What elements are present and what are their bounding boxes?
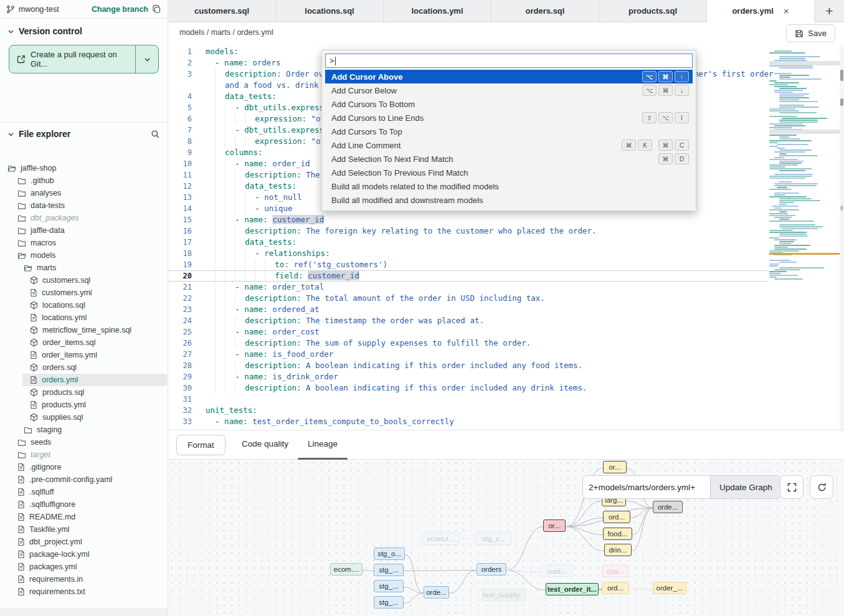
- lineage-node-ordY3[interactable]: ord...: [602, 582, 629, 594]
- file-tree-item-taskfile-yml[interactable]: Taskfile.yml: [10, 523, 167, 536]
- version-control-header[interactable]: Version control: [0, 19, 168, 41]
- search-icon[interactable]: [151, 130, 160, 139]
- file-tree-item-marts[interactable]: marts: [16, 262, 167, 274]
- file-tree-item-locations-yml[interactable]: locations.yml: [22, 311, 167, 324]
- file-tree-item-products-yml[interactable]: products.yml: [22, 399, 167, 411]
- lineage-node-stg3[interactable]: stg_...: [374, 580, 404, 592]
- copy-icon[interactable]: [152, 4, 161, 14]
- editor-scrollbar[interactable]: [840, 45, 844, 430]
- tab-orders-yml[interactable]: orders.yml×: [707, 0, 815, 22]
- lineage-node-tsupF[interactable]: test_supply...: [481, 589, 526, 601]
- tab-lineage[interactable]: Lineage: [308, 439, 338, 448]
- file-tree-item--pre-commit-config-yaml[interactable]: .pre-commit-config.yaml: [10, 473, 167, 486]
- lineage-node-stg4[interactable]: stg_...: [374, 596, 404, 609]
- file-explorer-header[interactable]: File explorer: [0, 123, 168, 144]
- fullscreen-button[interactable]: [780, 475, 804, 499]
- command-palette-input[interactable]: >: [325, 54, 693, 68]
- close-tab-icon[interactable]: ×: [784, 6, 789, 16]
- tab-locations-sql[interactable]: locations.sql: [276, 0, 384, 22]
- sidebar-scrollbar[interactable]: [0, 608, 168, 616]
- pr-dropdown-caret[interactable]: [135, 45, 158, 73]
- editor-line-23[interactable]: 23- name: ordered_at: [168, 304, 767, 315]
- lineage-node-ecom[interactable]: ecom....: [330, 563, 363, 576]
- file-tree-item-staging[interactable]: staging: [16, 424, 167, 436]
- graph-selector-input[interactable]: 2+models/marts/orders.yml+: [583, 476, 710, 498]
- file-tree-item-products-sql[interactable]: products.sql: [22, 386, 167, 399]
- minimap[interactable]: [769, 49, 840, 330]
- file-tree-item-target[interactable]: target: [10, 448, 167, 461]
- editor-line-16[interactable]: 16description: The foreign key relating …: [168, 225, 767, 237]
- file-tree-item-analyses[interactable]: analyses: [10, 187, 167, 199]
- command-item-add-cursors-to-top[interactable]: Add Cursors To Top: [325, 125, 693, 138]
- editor-line-31[interactable]: 31: [168, 394, 767, 405]
- file-tree-item-orders-yml[interactable]: orders.yml: [22, 374, 167, 386]
- editor-line-25[interactable]: 25- name: order_cost: [168, 326, 767, 338]
- editor-line-26[interactable]: 26description: The sum of supply expense…: [168, 338, 767, 349]
- editor-line-15[interactable]: 15- name: customer_id: [168, 214, 767, 225]
- file-tree-item-readme-md[interactable]: README.md: [10, 511, 167, 523]
- editor-line-27[interactable]: 27- name: is_food_order: [168, 349, 767, 360]
- file-tree-item-requirements-in[interactable]: requirements.in: [10, 573, 167, 585]
- lineage-node-ordeItems[interactable]: orde...: [424, 586, 449, 599]
- file-tree-item-models[interactable]: models: [10, 249, 167, 262]
- lineage-node-orderY[interactable]: order_...: [653, 582, 686, 594]
- editor-line-17[interactable]: 17data_tests:: [168, 237, 767, 248]
- tab-code-quality[interactable]: Code quality: [242, 439, 288, 448]
- file-tree-item--gitignore[interactable]: .gitignore: [10, 461, 167, 473]
- command-item-add-cursor-above[interactable]: Add Cursor Above⌥⌘↑: [325, 70, 693, 83]
- file-tree-item-data-tests[interactable]: data-tests: [10, 199, 167, 212]
- lineage-node-orders[interactable]: orders: [477, 563, 506, 576]
- file-tree-item-packages-yml[interactable]: packages.yml: [10, 561, 167, 573]
- lineage-node-ecomRF[interactable]: ecom.r...: [421, 533, 460, 545]
- lineage-node-custF[interactable]: cust...: [541, 565, 573, 577]
- command-item-add-cursor-below[interactable]: Add Cursor Below⌥⌘↓: [325, 83, 693, 97]
- editor-line-28[interactable]: 28description: A boolean indicating if t…: [168, 360, 767, 371]
- file-tree-item-locations-sql[interactable]: locations.sql: [22, 299, 167, 311]
- file-tree-item--github[interactable]: .github: [10, 174, 167, 187]
- file-tree-item-dbt-packages[interactable]: dbt_packages: [10, 212, 167, 224]
- command-item-add-line-comment[interactable]: Add Line Comment⌘K⌘C: [325, 138, 693, 152]
- lineage-node-stgO[interactable]: stg_o...: [374, 547, 405, 560]
- file-tree-item-dbt-project-yml[interactable]: dbt_project.yml: [10, 536, 167, 548]
- lineage-node-ordeGray[interactable]: orde...: [653, 501, 683, 513]
- editor-line-24[interactable]: 24description: The timestamp the order w…: [168, 315, 767, 326]
- new-tab-button[interactable]: +: [825, 4, 833, 17]
- update-graph-button[interactable]: Update Graph: [710, 476, 781, 498]
- lineage-node-food[interactable]: food...: [603, 528, 632, 540]
- command-item-add-cursors-to-line-ends[interactable]: Add Cursors to Line Ends⇧⌥I: [325, 111, 693, 125]
- tab-products-sql[interactable]: products.sql: [599, 0, 707, 22]
- lineage-node-cusPF[interactable]: cus...: [602, 565, 629, 577]
- editor-line-21[interactable]: 21- name: order_total: [168, 282, 767, 293]
- command-item-build-all-models-related-to-the-modified-models[interactable]: Build all models related to the modified…: [325, 179, 693, 193]
- file-tree-item-jaffle-data[interactable]: jaffle-data: [10, 224, 167, 237]
- editor-line-18[interactable]: 18- relationships:: [168, 248, 767, 259]
- lineage-node-stg2[interactable]: stg_...: [374, 564, 404, 576]
- file-tree-item-supplies-sql[interactable]: supplies.sql: [22, 411, 167, 424]
- editor-line-19[interactable]: 19to: ref('stg_customers'): [168, 259, 767, 270]
- editor-line-33[interactable]: 33- name: test_order_items_compute_to_bo…: [168, 416, 767, 427]
- lineage-node-orYtop[interactable]: or...: [603, 461, 627, 473]
- editor-line-32[interactable]: 32unit_tests:: [168, 405, 767, 416]
- file-tree-item-metricflow-time-spine-sql[interactable]: metricflow_time_spine.sql: [22, 324, 167, 336]
- file-tree-item-requirements-txt[interactable]: requirements.txt: [10, 585, 167, 598]
- editor-line-29[interactable]: 29- name: is_drink_order: [168, 371, 767, 382]
- lineage-node-stgCF[interactable]: stg_c...: [475, 533, 512, 545]
- lineage-node-orPink[interactable]: or...: [543, 519, 566, 532]
- command-item-add-cursors-to-bottom[interactable]: Add Cursors To Bottom: [325, 97, 693, 111]
- file-tree-item-order-items-sql[interactable]: order_items.sql: [22, 336, 167, 349]
- change-branch-link[interactable]: Change branch: [92, 5, 148, 14]
- file-tree-item-customers-sql[interactable]: customers.sql: [22, 274, 167, 287]
- lineage-node-drin[interactable]: drin...: [604, 544, 632, 556]
- command-item-build-all-modified-and-downstream-models[interactable]: Build all modified and downstream models: [325, 193, 693, 207]
- file-tree-item--sqlfluff[interactable]: .sqlfluff: [10, 486, 167, 498]
- file-tree-item-order-items-yml[interactable]: order_items.yml: [22, 349, 167, 361]
- file-tree-item-macros[interactable]: macros: [10, 237, 167, 249]
- file-tree-item-orders-sql[interactable]: orders.sql: [22, 361, 167, 374]
- refresh-button[interactable]: [810, 475, 833, 499]
- format-button[interactable]: Format: [176, 435, 225, 455]
- save-button[interactable]: Save: [786, 24, 835, 42]
- tab-customers-sql[interactable]: customers.sql: [168, 0, 276, 22]
- file-tree-item-package-lock-yml[interactable]: package-lock.yml: [10, 548, 167, 561]
- file-tree-item-customers-yml[interactable]: customers.yml: [22, 287, 167, 299]
- editor-line-30[interactable]: 30description: A boolean indicating if t…: [168, 382, 767, 394]
